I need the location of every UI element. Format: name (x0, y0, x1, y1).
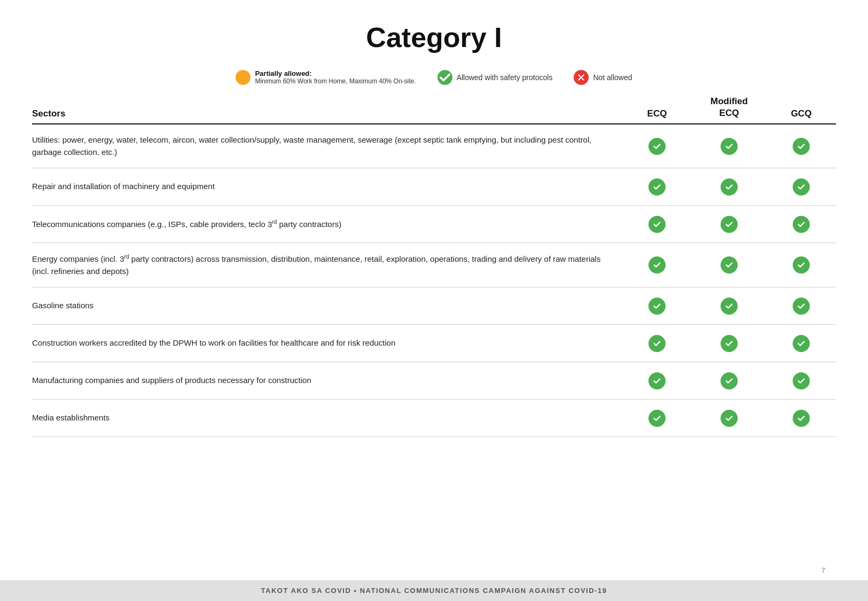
legend-allowed: Allowed with safety protocols (437, 70, 553, 85)
partial-sub: Minimum 60% Work from Home, Maximum 40% … (255, 77, 416, 85)
partial-icon (236, 70, 251, 85)
legend-partial: Partially allowed: Minimum 60% Work from… (236, 69, 416, 85)
check-icon (721, 410, 738, 427)
check-icon (721, 335, 738, 352)
check-icon (721, 298, 738, 315)
page-number: 7 (822, 566, 825, 574)
gcq-cell (767, 410, 836, 427)
check-icon (648, 335, 666, 352)
header-sector: Sectors (32, 108, 622, 119)
not-allowed-label: Not allowed (593, 73, 632, 82)
allowed-icon (437, 70, 452, 85)
modified-ecq-cell (692, 410, 767, 427)
check-icon (721, 138, 738, 155)
gcq-cell (767, 256, 836, 274)
table-row: Manufacturing companies and suppliers of… (32, 362, 836, 400)
partial-label: Partially allowed: (255, 69, 416, 77)
check-icon (721, 256, 738, 274)
table-row: Media establishments (32, 400, 836, 437)
table-row: Gasoline stations (32, 287, 836, 325)
footer: TAKOT AKO SA COVID • NATIONAL COMMUNICAT… (0, 580, 868, 601)
main-content: Sectors ECQ Modified ECQ GCQ Utilities: … (0, 96, 868, 437)
modified-ecq-cell (692, 138, 767, 155)
modified-ecq-cell (692, 298, 767, 315)
ecq-cell (622, 256, 692, 274)
check-icon (721, 372, 738, 389)
ecq-cell (622, 216, 692, 233)
table-row: Repair and installation of machinery and… (32, 168, 836, 206)
check-icon (648, 298, 666, 315)
allowed-label: Allowed with safety protocols (457, 73, 553, 82)
ecq-cell (622, 410, 692, 427)
check-icon (721, 216, 738, 233)
check-icon (648, 138, 666, 155)
gcq-cell (767, 335, 836, 352)
check-icon (793, 178, 810, 196)
check-icon (793, 372, 810, 389)
ecq-cell (622, 178, 692, 196)
modified-ecq-cell (692, 178, 767, 196)
legend-bar: Partially allowed: Minimum 60% Work from… (0, 64, 868, 96)
modified-ecq-cell (692, 335, 767, 352)
sector-text: Telecommunications companies (e.g., ISPs… (32, 218, 622, 231)
check-icon (793, 298, 810, 315)
header-modified-ecq: Modified ECQ (692, 96, 767, 119)
sector-text: Gasoline stations (32, 300, 622, 312)
modified-ecq-cell (692, 216, 767, 233)
sector-text: Manufacturing companies and suppliers of… (32, 374, 622, 387)
check-icon (793, 335, 810, 352)
sector-text: Repair and installation of machinery and… (32, 181, 622, 193)
check-icon (648, 372, 666, 389)
ecq-cell (622, 372, 692, 389)
check-icon (648, 256, 666, 274)
sector-text: Media establishments (32, 412, 622, 424)
sector-text: Energy companies (incl. 3rd party contra… (32, 253, 622, 277)
legend-not-allowed: Not allowed (574, 70, 632, 85)
check-icon (793, 138, 810, 155)
sector-text: Utilities: power, energy, water, telecom… (32, 134, 622, 158)
modified-ecq-cell (692, 372, 767, 389)
gcq-cell (767, 138, 836, 155)
table-row: Utilities: power, energy, water, telecom… (32, 124, 836, 168)
gcq-cell (767, 372, 836, 389)
header-gcq: GCQ (767, 108, 836, 119)
table-header: Sectors ECQ Modified ECQ GCQ (32, 96, 836, 124)
modified-ecq-cell (692, 256, 767, 274)
sector-text: Construction workers accredited by the D… (32, 337, 622, 349)
ecq-cell (622, 138, 692, 155)
table-row: Construction workers accredited by the D… (32, 325, 836, 362)
ecq-cell (622, 335, 692, 352)
check-icon (793, 256, 810, 274)
check-icon (721, 178, 738, 196)
header-ecq: ECQ (622, 108, 692, 119)
check-icon (648, 410, 666, 427)
gcq-cell (767, 298, 836, 315)
ecq-cell (622, 298, 692, 315)
table-row: Energy companies (incl. 3rd party contra… (32, 243, 836, 287)
check-icon (793, 410, 810, 427)
check-icon (648, 178, 666, 196)
check-icon (648, 216, 666, 233)
gcq-cell (767, 216, 836, 233)
not-allowed-icon (574, 70, 589, 85)
page-title: Category I (0, 0, 868, 64)
check-icon (793, 216, 810, 233)
table-row: Telecommunications companies (e.g., ISPs… (32, 206, 836, 243)
gcq-cell (767, 178, 836, 196)
